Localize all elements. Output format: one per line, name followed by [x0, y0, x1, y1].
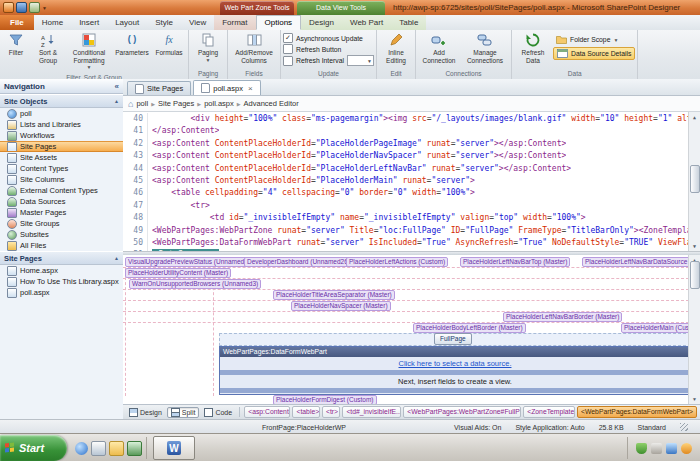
tab-web-part[interactable]: Web Part: [342, 15, 391, 30]
tag-breadcrumb-item[interactable]: <td#_invisibleIfE...>: [342, 406, 401, 418]
tab-table[interactable]: Table: [391, 15, 426, 30]
sidebar-item-all-files[interactable]: All Files: [0, 240, 123, 251]
breadcrumb-page[interactable]: poll.aspx: [204, 99, 234, 108]
tag-breadcrumb-item[interactable]: <ZoneTemplate>: [523, 406, 575, 418]
code-line[interactable]: 45<asp:Content ContentPlaceHolderId="Pla…: [123, 175, 689, 187]
tab-home[interactable]: Home: [34, 15, 71, 30]
tab-view[interactable]: View: [181, 15, 214, 30]
tab-insert[interactable]: Insert: [71, 15, 107, 30]
tag-breadcrumb-item[interactable]: <WebPartPages:DataFormWebPart>: [577, 406, 697, 418]
ie-icon[interactable]: [75, 442, 88, 455]
placeholder-label[interactable]: WarnOnUnsupportedBrowsers (Unnamed3): [129, 279, 261, 289]
manage-connections-button[interactable]: Manage Connections: [461, 31, 509, 65]
collapse-section-icon[interactable]: ▲: [114, 255, 119, 261]
status-visual-aids[interactable]: Visual Aids: On: [454, 424, 501, 431]
placeholder-label[interactable]: PlaceHolderBodyLeftBorder (Master): [413, 323, 526, 333]
code-line[interactable]: 40 <div height="100%" class="ms-pagemarg…: [123, 113, 689, 125]
sidebar-item-site-groups[interactable]: Site Groups: [0, 218, 123, 229]
webpart-zone[interactable]: FullPage: [219, 333, 691, 346]
refresh-data-button[interactable]: Refresh Data: [514, 31, 552, 65]
save-icon[interactable]: [16, 2, 27, 13]
tab-format[interactable]: Format: [214, 15, 255, 30]
placeholder-label[interactable]: PlaceHolderUtilityContent (Master): [125, 268, 231, 278]
collapse-section-icon[interactable]: ▲: [114, 98, 119, 104]
volume-icon[interactable]: [651, 443, 662, 454]
update-icon[interactable]: [681, 443, 692, 454]
code-line[interactable]: 50<WebPartPages:DataFormWebPart runat="s…: [123, 237, 689, 249]
tab-layout[interactable]: Layout: [107, 15, 147, 30]
network-icon[interactable]: [666, 443, 677, 454]
select-data-source-link[interactable]: Click here to select a data source.: [399, 359, 512, 368]
status-style-application[interactable]: Style Application: Auto: [515, 424, 584, 431]
code-line[interactable]: 48 <td id="_invisibleIfEmpty" name="_inv…: [123, 212, 689, 224]
design-view[interactable]: VisualUpgradePreviewStatus (Unnamed2)Dev…: [123, 255, 700, 404]
sidebar-item-poll-aspx[interactable]: poll.aspx: [0, 287, 123, 298]
placeholder-label[interactable]: PlaceHolderLeftNavBarDataSource (Master): [582, 257, 700, 267]
placeholder-label[interactable]: PlaceHolderTitleAreaSeparator (Master): [273, 290, 395, 300]
explorer-icon[interactable]: [127, 441, 142, 456]
placeholder-label[interactable]: PlaceHolderLeftActions (Custom): [346, 257, 448, 267]
app-icon[interactable]: [3, 2, 14, 13]
add-remove-columns-button[interactable]: Add/Remove Columns: [230, 31, 278, 65]
tab-style[interactable]: Style: [147, 15, 181, 30]
show-desktop-icon[interactable]: [91, 441, 106, 456]
placeholder-label[interactable]: PlaceHolderFormDigest (Custom): [273, 395, 377, 404]
formulas-button[interactable]: fx Formulas: [152, 31, 186, 58]
refresh-interval-control[interactable]: Refresh Interval ▼: [283, 55, 374, 66]
filter-button[interactable]: Filter: [2, 31, 30, 58]
sidebar-item-site-columns[interactable]: Site Columns: [0, 174, 123, 185]
sort-group-button[interactable]: AZ Sort & Group: [31, 31, 65, 65]
tag-breadcrumb-item[interactable]: <tr>: [322, 406, 340, 418]
parameters-button[interactable]: ( ) Parameters: [113, 31, 151, 58]
code-line[interactable]: 42<asp:Content ContentPlaceHolderId="Pla…: [123, 138, 689, 150]
sidebar-item-external-content-types[interactable]: External Content Types: [0, 185, 123, 196]
sidebar-item-site-assets[interactable]: Site Assets: [0, 152, 123, 163]
sidebar-item-subsites[interactable]: Subsites: [0, 229, 123, 240]
code-line[interactable]: 46 <table cellpadding="4" cellspacing="0…: [123, 187, 689, 199]
undo-icon[interactable]: [29, 2, 40, 13]
code-scrollbar[interactable]: ▲ ▼: [688, 112, 700, 251]
refresh-interval-dropdown[interactable]: ▼: [347, 55, 374, 66]
sidebar-item-content-types[interactable]: Content Types: [0, 163, 123, 174]
collapse-pane-icon[interactable]: «: [115, 82, 119, 91]
placeholder-label[interactable]: DeveloperDashboard (Unnamed26): [244, 257, 353, 267]
code-view-button[interactable]: Code: [201, 407, 235, 418]
tab-options[interactable]: Options: [256, 15, 302, 30]
home-icon[interactable]: ⌂: [128, 99, 133, 109]
taskbar-window-button[interactable]: W: [153, 436, 195, 460]
data-source-details-button[interactable]: Data Source Details: [553, 47, 635, 60]
start-button[interactable]: Start: [0, 435, 67, 461]
add-connection-button[interactable]: Add Connection: [418, 31, 460, 65]
placeholder-label[interactable]: PlaceHolderLeftNavBarTop (Master): [460, 257, 570, 267]
code-view[interactable]: 40 <div height="100%" class="ms-pagemarg…: [123, 112, 700, 252]
inline-editing-button[interactable]: Inline Editing: [379, 31, 413, 65]
resize-grip[interactable]: [680, 423, 688, 431]
sidebar-item-site-pages[interactable]: Site Pages: [0, 141, 123, 152]
placeholder-label[interactable]: PlaceHolderNavSpacer (Master): [291, 301, 391, 311]
doc-tab-poll-aspx[interactable]: poll.aspx ×: [193, 80, 260, 95]
sidebar-item-poll[interactable]: poll: [0, 108, 123, 119]
tag-breadcrumb-item[interactable]: <WebPartPages:WebPartZone#FullPage>: [403, 406, 521, 418]
breadcrumb-site[interactable]: poll: [136, 99, 148, 108]
qat-dropdown-icon[interactable]: ▼: [42, 5, 47, 11]
tab-file[interactable]: File: [0, 15, 34, 30]
sidebar-section-header[interactable]: Site Pages▲: [0, 251, 123, 265]
dataform-webpart[interactable]: WebPartPages:DataFormWebPart Click here …: [219, 346, 691, 395]
split-view-button[interactable]: Split: [167, 407, 200, 418]
tag-breadcrumb-item[interactable]: <asp:Content>: [244, 406, 290, 418]
shield-icon[interactable]: [636, 443, 647, 454]
sidebar-item-how-to-use-this-library-aspx[interactable]: How To Use This Library.aspx: [0, 276, 123, 287]
webpart-zone-title-button[interactable]: FullPage: [434, 333, 472, 345]
design-view-button[interactable]: Design: [126, 407, 165, 418]
code-line[interactable]: 51<DataSources>: [123, 249, 689, 252]
sidebar-section-header[interactable]: Site Objects▲: [0, 94, 123, 108]
conditional-formatting-button[interactable]: Conditional Formatting ▼: [66, 31, 112, 73]
sidebar-item-lists-and-libraries[interactable]: Lists and Libraries: [0, 119, 123, 130]
asynchronous-update-checkbox[interactable]: ✓ Asynchronous Update: [283, 33, 374, 43]
scrollbar-thumb[interactable]: [690, 165, 700, 193]
scroll-up-icon[interactable]: ▲: [689, 112, 700, 122]
code-line[interactable]: 41</asp:Content>: [123, 125, 689, 137]
placeholder-label[interactable]: VisualUpgradePreviewStatus (Unnamed2): [125, 257, 253, 267]
folder-icon[interactable]: [109, 441, 124, 456]
refresh-button-checkbox[interactable]: Refresh Button: [283, 44, 374, 54]
